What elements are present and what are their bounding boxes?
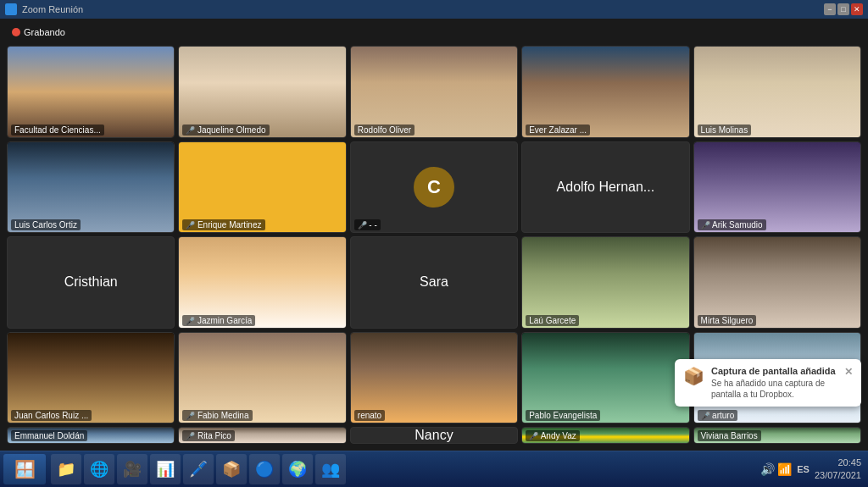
participant-name-label: Juan Carlos Ruiz ... [11,410,92,421]
video-cell: renato [350,332,518,424]
video-cell: 🎤 Andy Vaz [521,427,689,444]
video-cell: Emmanuel Doldán [7,427,175,444]
taskbar-clock: 20:45 23/07/2021 [815,457,861,483]
participant-avatar: C [414,167,454,208]
clock-time: 20:45 [815,457,861,469]
participant-video [694,237,860,328]
close-button[interactable]: ✕ [851,3,863,15]
participant-name-label: 🎤 Arik Samudio [698,219,766,230]
title-bar-left: Zoom Reunión [5,3,83,15]
video-cell: 🎤 Arik Samudio [693,141,861,234]
toast-title: Captura de pantalla añadida [711,366,837,376]
video-cell: Rodolfo Oliver [350,46,518,138]
participant-name-label: Viviana Barrios [698,430,761,441]
participant-name-label: Laú Garcete [526,315,579,326]
video-cell: Cristhian [7,236,175,329]
taskbar-teams[interactable]: 👥 [315,454,346,484]
taskbar-powerpoint[interactable]: 🖊️ [183,454,214,484]
taskbar-chrome[interactable]: 🌍 [282,454,313,484]
participant-display-name: Adolfo Hernan... [557,180,655,195]
video-cell: Luis Molinas [693,46,861,138]
zoom-meeting-area: Grabando Facultad de Ciencias...🎤 Jaquel… [0,19,868,451]
participant-name-label: Rodolfo Oliver [354,125,415,136]
participant-video [179,47,345,137]
language-indicator: ES [797,464,810,474]
video-cell: Sara [350,236,518,329]
window-title: Zoom Reunión [22,4,83,14]
participant-name-label: 🎤 - - [354,219,381,230]
participant-name-label: Pablo Evangelista [526,410,600,421]
toast-close-button[interactable]: ✕ [844,366,853,378]
title-bar-controls[interactable]: − □ ✕ [824,3,863,15]
toast-body: Se ha añadido una captura de pantalla a … [711,378,837,400]
participant-name-label: Luis Carlos Ortiz [11,219,81,230]
participant-name-label: 🎤 Rita Pico [182,430,235,441]
mic-muted-icon: 🎤 [186,432,198,440]
mic-muted-icon: 🎤 [186,317,198,325]
sound-icon: 🔊 [760,462,775,476]
video-cell: 🎤 Rita Pico [178,427,346,444]
maximize-button[interactable]: □ [837,3,849,15]
taskbar-file-explorer[interactable]: 📁 [51,454,81,484]
mic-muted-icon: 🎤 [358,221,370,230]
participant-name-label: renato [354,410,385,421]
video-cell: Pablo Evangelista [521,332,689,424]
participant-name-label: 🎤 Jazmin García [182,315,255,326]
video-cell: 🎤 Jaqueline Olmedo [178,46,346,138]
participant-display-name: Cristhian [64,274,118,290]
participant-name-label: Emmanuel Doldán [11,430,87,441]
recording-badge: Grabando [12,27,65,37]
taskbar-apps: 📁 🌐 🎥 📊 🖊️ 📦 🔵 🌍 👥 [51,454,346,484]
mic-muted-icon: 🎤 [186,126,198,135]
video-cell: 🎤 Enrique Martinez [178,141,346,234]
video-cell: 🎤 Jazmin García [178,236,346,329]
video-cell: Adolfo Hernan... [521,141,689,234]
taskbar-excel[interactable]: 📊 [150,454,181,484]
participant-name-label: Facultad de Ciencias... [11,125,104,136]
participant-video [694,47,860,137]
taskbar-word[interactable]: 🔵 [249,454,280,484]
participant-display-name: Nancy [415,428,453,443]
mic-muted-icon: 🎤 [701,412,713,420]
video-cell: Luis Carlos Ortiz [7,141,175,234]
taskbar-zoom[interactable]: 🎥 [117,454,147,484]
video-cell: Juan Carlos Ruiz ... [7,332,175,424]
title-bar: Zoom Reunión − □ ✕ [0,0,868,19]
taskbar: 🪟 📁 🌐 🎥 📊 🖊️ 📦 🔵 🌍 👥 🔊 📶 ES 20:45 23/07/… [0,451,868,487]
video-cell: Mirta Silguero [693,236,861,329]
system-tray-icons: 🔊 📶 [760,462,792,476]
zoom-app-icon [5,3,17,15]
recording-label: Grabando [24,27,65,37]
video-cell: Viviana Barrios [693,427,861,444]
network-icon: 📶 [777,462,792,476]
video-cell: Ever Zalazar ... [521,46,689,138]
participant-name-label: 🎤 Enrique Martinez [182,219,264,230]
taskbar-dropbox[interactable]: 📦 [216,454,247,484]
minimize-button[interactable]: − [824,3,836,15]
clock-date: 23/07/2021 [815,469,861,482]
video-cell: Facultad de Ciencias... [7,46,175,138]
dropbox-icon: 📦 [683,366,704,386]
video-cell: Laú Garcete [521,236,689,329]
participant-name-label: 🎤 Jaqueline Olmedo [182,125,269,136]
notification-toast: 📦 Captura de pantalla añadida Se ha añad… [675,359,861,407]
recording-dot [12,28,20,36]
start-button[interactable]: 🪟 [3,454,46,484]
video-cell: C🎤 - - [350,141,518,234]
mic-muted-icon: 🎤 [186,412,198,420]
video-cell: Nancy [350,427,518,444]
toast-content: Captura de pantalla añadida Se ha añadid… [711,366,837,400]
participant-name-label: 🎤 arturo [698,410,738,421]
video-cell: 🎤 Fabio Medina [178,332,346,424]
mic-muted-icon: 🎤 [701,221,713,230]
participant-video [179,237,345,328]
participant-display-name: Sara [420,274,448,290]
participant-name-label: Mirta Silguero [698,315,757,326]
participant-name-label: Luis Molinas [698,125,752,136]
taskbar-browser-ie[interactable]: 🌐 [84,454,114,484]
mic-muted-icon: 🎤 [186,221,198,230]
mic-muted-icon: 🎤 [529,432,541,440]
participant-name-label: 🎤 Fabio Medina [182,410,252,421]
participant-name-label: 🎤 Andy Vaz [526,430,580,441]
participant-video [522,47,688,137]
